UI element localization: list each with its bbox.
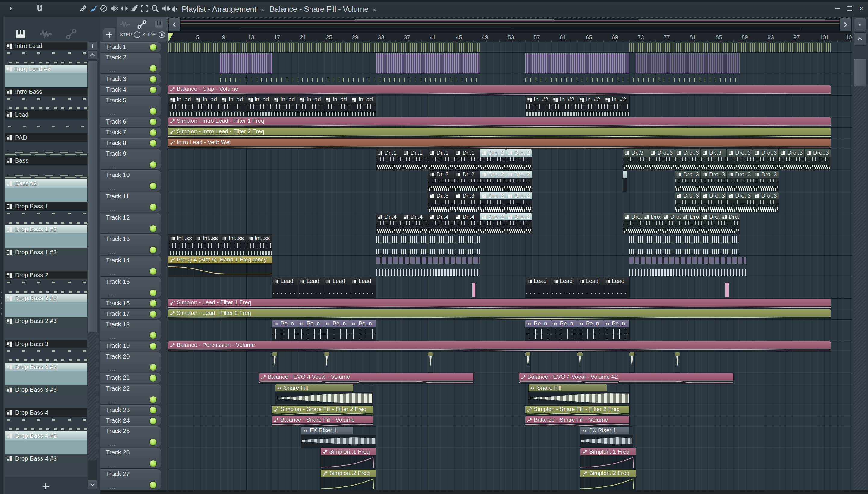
pattern-clip[interactable]: In..#2: [577, 96, 604, 116]
preview-speaker-icon[interactable]: [161, 4, 170, 13]
pattern-clip[interactable]: Dro..2: [506, 192, 532, 213]
track-mute-led[interactable]: [150, 396, 156, 403]
track-mute-led[interactable]: [150, 439, 156, 445]
pattern-item[interactable]: Drop Bass 4 #2: [5, 431, 87, 454]
automation-clip[interactable]: Intro Lead - Verb Wet: [168, 139, 831, 148]
pattern-item[interactable]: Lead: [5, 110, 87, 133]
scroll-left-button[interactable]: [169, 18, 180, 31]
automation-clip[interactable]: Balance - Snare Fill - Volume: [525, 416, 629, 426]
pattern-clip[interactable]: In..ad: [246, 96, 272, 116]
pattern-clip[interactable]: In..ad: [350, 96, 376, 116]
clip-content-band[interactable]: [376, 256, 480, 276]
pattern-clip[interactable]: Dro..3: [753, 149, 779, 170]
pattern-clip[interactable]: In..#2: [604, 96, 629, 116]
pattern-clip[interactable]: Dro..3: [779, 149, 805, 170]
automation-clip[interactable]: Simplon - Intro Lead - Filter 1 Freq: [168, 117, 831, 127]
scroll-right-button[interactable]: [840, 18, 851, 31]
track-header[interactable]: Track 8: [100, 138, 161, 148]
pattern-clip[interactable]: Dro..3: [662, 213, 682, 234]
track-header[interactable]: Track 1: [100, 42, 161, 52]
pattern-item[interactable]: Drop Bass 2: [5, 271, 87, 294]
pattern-clip[interactable]: [623, 171, 627, 191]
track-header[interactable]: Track 21: [100, 373, 161, 383]
play-icon[interactable]: [8, 5, 14, 12]
pattern-clip[interactable]: In..ad: [324, 96, 350, 116]
pattern-item[interactable]: Intro Bass: [5, 88, 87, 110]
automation-clip[interactable]: Balance - Percussion - Volume: [168, 341, 831, 351]
pattern-item[interactable]: Drop Bass 1 #2: [5, 225, 87, 248]
audio-clip[interactable]: Pe..n: [525, 320, 551, 341]
pattern-clip[interactable]: Dro..3: [701, 171, 727, 191]
track-mute-led[interactable]: [150, 140, 156, 147]
pattern-clip[interactable]: Int..ss: [168, 235, 194, 255]
pattern-clip[interactable]: Int..ss: [220, 235, 246, 255]
pattern-scrollbar[interactable]: [88, 42, 97, 490]
automation-clip[interactable]: Simplon - Snare Fill - Filter 2 Freq: [525, 406, 629, 415]
select-icon[interactable]: [140, 4, 149, 13]
clip-content-band[interactable]: [629, 43, 831, 52]
timeline-ruler[interactable]: 5913172125293337414549535761656973778185…: [168, 33, 852, 42]
clip-content-band[interactable]: [220, 75, 480, 84]
pattern-clip[interactable]: Dro..2: [480, 213, 506, 234]
track-mute-led[interactable]: [150, 418, 156, 424]
add-track-button[interactable]: [103, 28, 115, 41]
track-header[interactable]: Track 18...: [100, 320, 161, 341]
clip-content-band[interactable]: [525, 53, 629, 73]
automation-clip[interactable]: Simplon..2 Freq: [321, 470, 376, 490]
pattern-clip[interactable]: In..#2: [551, 96, 577, 116]
track-mute-led[interactable]: [150, 183, 156, 189]
pattern-clip[interactable]: Int..ss: [246, 235, 272, 255]
source-tab-piano-icon[interactable]: [154, 19, 164, 28]
track-header[interactable]: Track 13...: [100, 234, 161, 255]
pattern-clip[interactable]: In..#2: [525, 96, 551, 116]
pattern-clip[interactable]: In..ad: [194, 96, 220, 116]
pattern-item[interactable]: Drop Bass 3 #2: [5, 362, 87, 385]
automation-clip[interactable]: Balance - EVO 4 Vocal - Volume: [259, 373, 473, 383]
pattern-clip[interactable]: Dro..3: [675, 149, 701, 170]
audio-clip[interactable]: Snare Fill: [529, 384, 629, 405]
audio-clip[interactable]: Snare Fill: [275, 384, 373, 405]
pattern-item[interactable]: PAD: [5, 133, 87, 156]
brush-icon[interactable]: [89, 4, 98, 13]
pattern-clip[interactable]: Dro..2: [506, 149, 532, 170]
pattern-clip[interactable]: Dr..1: [376, 149, 402, 170]
track-header[interactable]: Track 27...: [100, 469, 161, 490]
stretch-icon[interactable]: [120, 4, 129, 13]
pattern-item[interactable]: Intro Lead #2: [5, 64, 87, 88]
pattern-item[interactable]: Drop Bass 2 #3: [5, 317, 87, 340]
slide-toggle[interactable]: [159, 31, 165, 38]
automation-clip[interactable]: Simplon - Lead - Filter 2 Freq: [168, 309, 831, 319]
pattern-item[interactable]: Drop Bass 4 #3: [5, 454, 87, 477]
track-header[interactable]: Track 22...: [100, 384, 161, 405]
track-header[interactable]: Track 14...: [100, 256, 161, 277]
automation-clip[interactable]: Simplon..2 Freq: [580, 470, 636, 490]
clip-content-band[interactable]: [525, 75, 739, 84]
pattern-clip[interactable]: Dro..3: [720, 213, 740, 234]
track-mute-led[interactable]: [150, 87, 156, 93]
pattern-clip[interactable]: Dr..2: [428, 171, 454, 191]
track-header[interactable]: Track 16: [100, 299, 161, 308]
pattern-clip[interactable]: In..ad: [272, 96, 298, 116]
pattern-clip[interactable]: Dro..2: [480, 192, 506, 213]
picker-tab-wave-icon[interactable]: [40, 28, 52, 38]
audio-clip[interactable]: Pe..n: [577, 320, 604, 341]
clip-content-band[interactable]: [636, 53, 740, 73]
automation-clip[interactable]: Balance - Snare Fill - Volume: [272, 416, 373, 426]
pattern-scroll-up-button[interactable]: [88, 51, 97, 59]
playlist-minimap[interactable]: [168, 17, 852, 33]
pattern-clip[interactable]: Dr..1: [402, 149, 428, 170]
track-mute-led[interactable]: [150, 162, 156, 168]
zoom-icon[interactable]: [151, 4, 159, 13]
track-mute-led[interactable]: [150, 343, 156, 349]
audio-clip[interactable]: Pe..n: [551, 320, 577, 341]
audio-clip[interactable]: [629, 352, 634, 373]
pattern-item[interactable]: Bass: [5, 156, 87, 179]
step-toggle[interactable]: [134, 31, 140, 38]
track-header[interactable]: Track 25...: [100, 426, 161, 447]
audio-clip[interactable]: [324, 352, 329, 373]
pattern-clip[interactable]: Dro..3: [701, 192, 727, 213]
pattern-clip[interactable]: Dro..3: [701, 213, 720, 234]
add-pattern-button[interactable]: [39, 481, 53, 491]
pattern-clip[interactable]: Lead: [324, 278, 350, 298]
pattern-clip[interactable]: Dr..1: [454, 149, 480, 170]
